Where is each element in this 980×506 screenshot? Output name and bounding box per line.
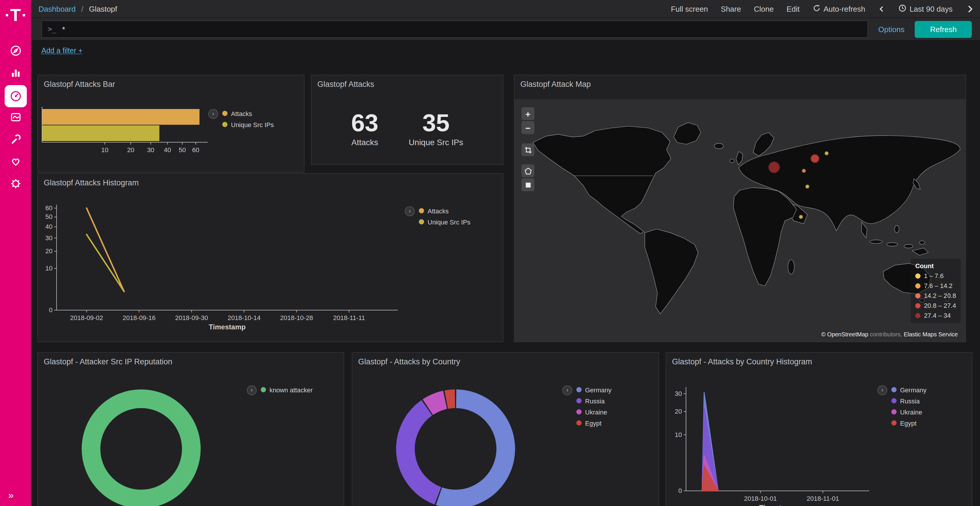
svg-text:2018-10-01: 2018-10-01 <box>744 495 777 502</box>
map-marker[interactable] <box>811 154 819 163</box>
panel-attacks-histogram: Glastopf Attacks Histogram 0102030405060… <box>37 173 503 342</box>
svg-text:2018-10-28: 2018-10-28 <box>280 314 313 322</box>
metric-label: Attacks <box>351 137 378 147</box>
clone-button[interactable]: Clone <box>754 5 774 13</box>
sidebar-item-management[interactable] <box>0 174 31 196</box>
legend-item[interactable]: Egypt <box>576 417 612 428</box>
heartbeat-icon <box>10 155 21 170</box>
svg-text:2018-09-30: 2018-09-30 <box>175 314 208 322</box>
svg-text:20: 20 <box>46 247 52 255</box>
sidebar-item-monitoring[interactable] <box>0 152 31 174</box>
map-controls: +− <box>522 107 535 192</box>
legend-toggle-button[interactable]: › <box>562 385 572 395</box>
legend-item[interactable]: Unique Src IPs <box>222 119 274 130</box>
legend-color-dot <box>891 398 897 403</box>
legend-item[interactable]: Russia <box>576 395 612 406</box>
legend-items: GermanyRussiaUkraineEgypt <box>576 384 612 428</box>
zoom-out-icon[interactable]: − <box>522 121 535 134</box>
time-range-prev-button[interactable] <box>878 5 886 13</box>
telekom-logo[interactable]: T <box>6 0 25 30</box>
svg-text:20: 20 <box>675 408 682 415</box>
svg-text:30: 30 <box>147 146 154 154</box>
legend-toggle-button[interactable]: › <box>208 109 218 119</box>
legend-item[interactable]: Russia <box>891 395 927 406</box>
legend-items: known attacker <box>261 384 313 395</box>
panel-attacks-bar: Glastopf Attacks Bar 102030405060 ›Attac… <box>37 75 304 173</box>
legend-color-dot <box>261 387 266 392</box>
legend-item[interactable]: known attacker <box>261 384 313 395</box>
time-range-next-button[interactable] <box>966 5 974 13</box>
gear-icon <box>10 178 21 192</box>
legend-color-dot <box>915 313 921 318</box>
edit-button[interactable]: Edit <box>787 5 800 13</box>
chart-legend: ›GermanyRussiaUkraineEgypt <box>877 384 927 428</box>
legend-color-dot <box>891 409 897 414</box>
legend-item[interactable]: Attacks <box>222 108 274 119</box>
country-donut-chart[interactable] <box>352 353 660 506</box>
map-legend-row: 1 – 7.6 <box>915 271 956 281</box>
sidebar-item-discover[interactable] <box>0 41 31 63</box>
map-marker[interactable] <box>799 215 803 219</box>
refresh-button[interactable]: Refresh <box>915 21 972 38</box>
legend-item[interactable]: Unique Src IPs <box>419 216 471 227</box>
options-link[interactable]: Options <box>878 25 904 33</box>
panel-title: Glastopf Attacks <box>312 75 503 89</box>
share-button[interactable]: Share <box>721 5 741 13</box>
zoom-in-icon[interactable]: + <box>522 107 535 120</box>
topbar-actions: Full screen Share Clone Edit Auto-refres… <box>671 4 974 14</box>
legend-item[interactable]: Germany <box>576 384 612 395</box>
legend-item[interactable]: Attacks <box>419 205 471 216</box>
breadcrumb-dashboard-link[interactable]: Dashboard <box>38 5 76 13</box>
elastic-maps-credit[interactable]: Elastic Maps Service <box>904 331 958 338</box>
auto-refresh-button[interactable]: Auto-refresh <box>812 4 865 14</box>
legend-color-dot <box>419 219 424 224</box>
legend-color-dot <box>915 273 921 279</box>
legend-toggle-button[interactable]: › <box>405 206 415 216</box>
legend-item[interactable]: Egypt <box>891 417 927 428</box>
openstreetmap-credit[interactable]: © OpenStreetMap <box>821 331 869 338</box>
polygon-tool-icon[interactable] <box>522 164 535 177</box>
legend-color-dot <box>915 303 921 308</box>
metric-attacks: 63 Attacks <box>351 111 378 147</box>
svg-text:0: 0 <box>49 306 52 314</box>
sidebar-item-timelion[interactable] <box>0 107 31 129</box>
sidebar-collapse-button[interactable]: » <box>8 490 14 501</box>
logo-dot <box>22 14 25 16</box>
attack-map[interactable]: +− Count 1 – 7.67.6 – 14.214.2 – 20.820.… <box>514 99 966 342</box>
legend-item[interactable]: Ukraine <box>576 406 612 417</box>
add-filter-link[interactable]: Add a filter + <box>41 47 83 55</box>
full-screen-button[interactable]: Full screen <box>671 5 708 13</box>
metric-value: 63 <box>351 111 378 136</box>
legend-item[interactable]: Ukraine <box>891 406 927 417</box>
legend-toggle-button[interactable]: › <box>247 385 257 395</box>
crop-tool-icon[interactable] <box>522 143 535 156</box>
country-area-chart[interactable]: 01020302018-10-012018-11-01Timestamp <box>666 353 973 506</box>
svg-text:60: 60 <box>46 204 52 212</box>
filter-bar: Add a filter + <box>31 41 980 60</box>
bar-chart-icon <box>10 67 21 81</box>
map-marker[interactable] <box>805 184 810 189</box>
map-marker[interactable] <box>768 162 780 173</box>
map-legend-items: 1 – 7.67.6 – 14.214.2 – 20.820.8 – 27.42… <box>915 271 956 320</box>
attacks-histogram-chart[interactable]: 01020304050602018-09-022018-09-162018-09… <box>38 174 504 343</box>
legend-items: AttacksUnique Src IPs <box>419 205 471 227</box>
svg-text:50: 50 <box>179 146 186 154</box>
sidebar-item-dev-tools[interactable] <box>0 129 31 152</box>
query-input[interactable]: >_ * <box>41 21 868 38</box>
svg-text:2018-09-02: 2018-09-02 <box>70 314 103 322</box>
sidebar-item-visualize[interactable] <box>0 63 31 85</box>
sidebar-item-dashboard[interactable] <box>0 85 31 107</box>
time-range-picker[interactable]: Last 90 days <box>899 4 953 14</box>
legend-item[interactable]: Germany <box>891 384 927 395</box>
map-marker[interactable] <box>824 151 829 155</box>
svg-text:20: 20 <box>127 146 134 154</box>
reputation-donut-chart[interactable] <box>38 353 345 506</box>
breadcrumb-separator: / <box>81 5 83 13</box>
map-markers-layer <box>514 99 966 342</box>
svg-text:50: 50 <box>46 213 52 220</box>
map-marker[interactable] <box>802 169 806 173</box>
legend-toggle-button[interactable]: › <box>877 385 887 395</box>
rectangle-tool-icon[interactable] <box>522 178 535 191</box>
legend-color-dot <box>915 283 921 289</box>
map-legend-title: Count <box>915 261 956 271</box>
